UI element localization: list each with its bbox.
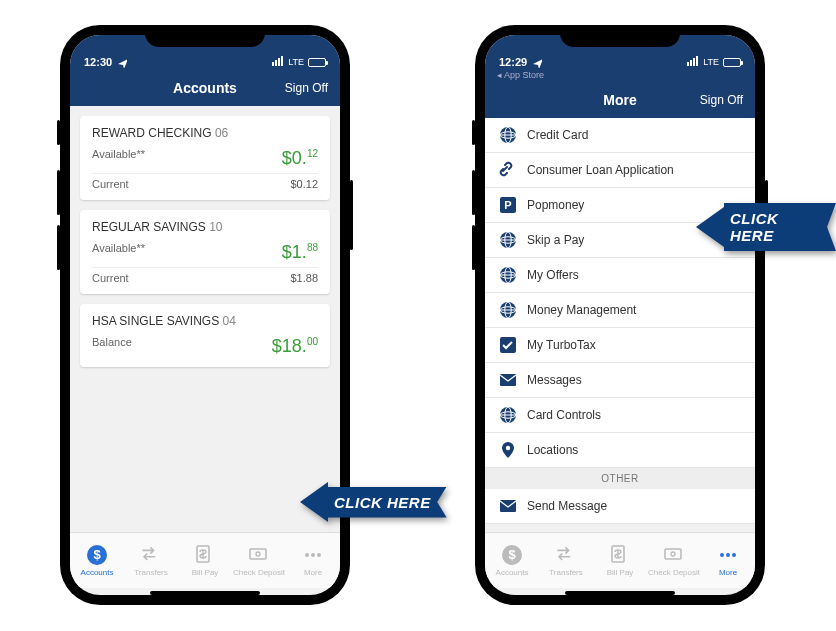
tab-label: Accounts [496,568,529,577]
menu-item-label: Consumer Loan Application [527,163,674,177]
tab-accounts[interactable]: Accounts [485,533,539,588]
sign-off-button[interactable]: Sign Off [700,93,743,107]
billpay-icon [194,544,216,566]
tab-transfers[interactable]: Transfers [124,533,178,588]
signal-bars-icon [272,56,284,68]
signal-bars-icon [687,56,699,68]
phone-more-screen: 12:29 LTE ◂ App Store More Sign Off Cred… [475,25,765,605]
tab-more[interactable]: More [286,533,340,588]
transfer-icon [555,544,577,566]
tab-label: Transfers [549,568,583,577]
section-header-other: OTHER [485,468,755,489]
back-to-app-button[interactable]: ◂ App Store [485,70,755,82]
tab-bill-pay[interactable]: Bill Pay [178,533,232,588]
tab-transfers[interactable]: Transfers [539,533,593,588]
tab-label: Bill Pay [607,568,634,577]
globe-icon [499,301,517,319]
menu-item-credit-card[interactable]: Credit Card [485,118,755,153]
more-menu-list: Credit CardConsumer Loan ApplicationPopm… [485,118,755,532]
account-card[interactable]: REGULAR SAVINGS 10Available**$1.88Curren… [80,210,330,294]
row-label: Balance [92,336,132,357]
tab-label: More [719,568,737,577]
p-square-icon [499,196,517,214]
tab-accounts[interactable]: Accounts [70,533,124,588]
check-square-icon [499,336,517,354]
tab-label: Bill Pay [192,568,219,577]
tab-check-deposit[interactable]: Check Deposit [232,533,286,588]
globe-icon [499,266,517,284]
menu-item-card-controls[interactable]: Card Controls [485,398,755,433]
tab-bar: AccountsTransfersBill PayCheck DepositMo… [485,532,755,588]
status-bar: 12:29 LTE [485,35,755,70]
globe-icon [499,406,517,424]
account-row: Balance$18.00 [92,334,318,359]
menu-item-messages[interactable]: Messages [485,363,755,398]
nav-header: Accounts Sign Off [70,70,340,106]
accounts-list: REWARD CHECKING 06Available**$0.12Curren… [70,106,340,532]
sign-off-button[interactable]: Sign Off [285,81,328,95]
home-indicator[interactable] [150,591,260,595]
signal-label: LTE [288,57,304,67]
menu-item-label: Card Controls [527,408,601,422]
menu-item-label: Popmoney [527,198,584,212]
status-time: 12:30 [84,56,112,68]
globe-icon [499,126,517,144]
dots-icon [302,544,324,566]
globe-icon [499,231,517,249]
tab-label: Accounts [81,568,114,577]
menu-item-label: Locations [527,443,578,457]
row-label: Current [92,178,129,190]
status-bar: 12:30 LTE [70,35,340,70]
menu-item-label: Money Management [527,303,636,317]
menu-item-label: Messages [527,373,582,387]
envelope-icon [499,497,517,515]
account-row: Current$1.88 [92,267,318,286]
menu-item-my-turbotax[interactable]: My TurboTax [485,328,755,363]
battery-icon [308,58,326,67]
row-label: Available** [92,242,145,263]
tab-label: Check Deposit [648,568,700,577]
tab-label: Check Deposit [233,568,285,577]
battery-icon [723,58,741,67]
menu-item-label: My Offers [527,268,579,282]
tab-bill-pay[interactable]: Bill Pay [593,533,647,588]
amount-available: $18.00 [272,336,318,357]
dots-icon [717,544,739,566]
dollar-circle-icon [501,544,523,566]
menu-item-my-offers[interactable]: My Offers [485,258,755,293]
dollar-circle-icon [86,544,108,566]
row-label: Available** [92,148,145,169]
menu-item-consumer-loan-application[interactable]: Consumer Loan Application [485,153,755,188]
nav-header: More Sign Off [485,82,755,118]
menu-item-send-message[interactable]: Send Message [485,489,755,524]
tab-check-deposit[interactable]: Check Deposit [647,533,701,588]
account-name: REGULAR SAVINGS 10 [92,220,318,234]
check-icon [663,544,685,566]
account-row: Available**$0.12 [92,146,318,171]
tab-label: More [304,568,322,577]
location-arrow-icon [531,57,542,68]
account-card[interactable]: REWARD CHECKING 06Available**$0.12Curren… [80,116,330,200]
page-title: More [603,92,636,108]
tab-more[interactable]: More [701,533,755,588]
account-name: REWARD CHECKING 06 [92,126,318,140]
click-here-callout-skip-a-pay: CLICK HERE [696,203,836,251]
menu-item-label: Skip a Pay [527,233,584,247]
menu-item-money-management[interactable]: Money Management [485,293,755,328]
page-title: Accounts [173,80,237,96]
menu-item-label: Send Message [527,499,607,513]
account-card[interactable]: HSA SINGLE SAVINGS 04Balance$18.00 [80,304,330,367]
home-indicator[interactable] [565,591,675,595]
pin-icon [499,441,517,459]
menu-item-locations[interactable]: Locations [485,433,755,468]
tab-bar: AccountsTransfersBill PayCheck DepositMo… [70,532,340,588]
amount-available: $0.12 [282,148,318,169]
envelope-icon [499,371,517,389]
signal-label: LTE [703,57,719,67]
status-time: 12:29 [499,56,527,68]
account-row: Current$0.12 [92,173,318,192]
check-icon [248,544,270,566]
account-row: Available**$1.88 [92,240,318,265]
menu-item-label: Credit Card [527,128,588,142]
account-name: HSA SINGLE SAVINGS 04 [92,314,318,328]
